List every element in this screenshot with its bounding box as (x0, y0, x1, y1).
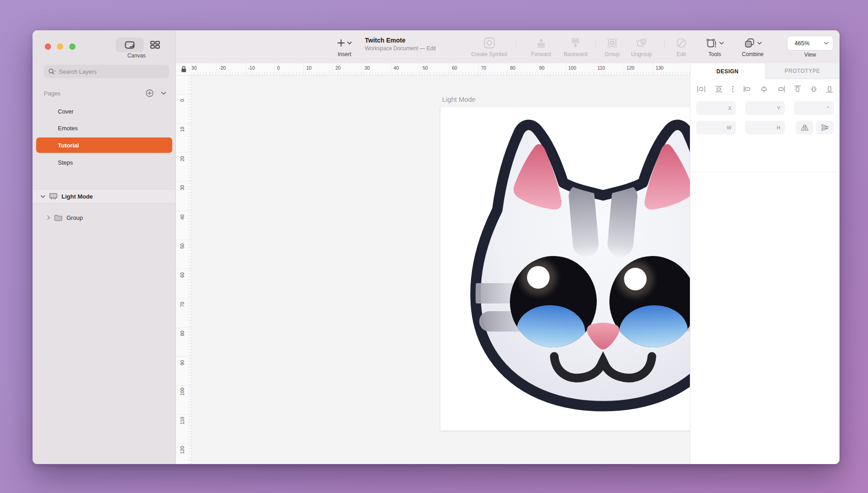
layer-name: Group (66, 214, 83, 221)
ruler-tick (216, 63, 217, 75)
document-title-block: Twitch Emote Workspace Document — Edit (365, 37, 436, 52)
ruler-tick (176, 356, 191, 357)
ruler-tick (176, 444, 191, 444)
ruler-tick (176, 94, 191, 95)
align-middle-v-icon[interactable] (810, 85, 817, 93)
ruler-number: 100 (568, 65, 576, 71)
combine-button[interactable]: Combine (742, 36, 764, 57)
forward-button[interactable]: Forward (531, 36, 551, 57)
ruler-number: 50 (179, 241, 185, 251)
ruler-tick (420, 63, 420, 75)
ruler-number: 10 (306, 65, 311, 71)
create-symbol-icon (483, 37, 495, 49)
ruler-tick (594, 63, 595, 75)
layer-artboard-row[interactable]: Light Mode (33, 189, 175, 204)
chevron-down-icon (347, 41, 352, 45)
distribute-horizontal-icon[interactable] (697, 85, 706, 93)
sketch-window: Canvas Search Layers Pages Cover Emotes … (33, 30, 840, 464)
align-center-h-icon[interactable] (760, 85, 768, 93)
ruler-lock-corner[interactable] (176, 63, 192, 76)
canvas-view-toggle[interactable] (116, 38, 144, 52)
ruler-vertical[interactable]: 0102030405060708090100110120 (176, 76, 192, 464)
more-options-icon[interactable] (731, 85, 734, 93)
page-item-emotes[interactable]: Emotes (36, 120, 172, 136)
backward-button[interactable]: Backward (564, 36, 588, 57)
tab-design[interactable]: DESIGN (690, 63, 765, 79)
chevron-down-icon (757, 42, 762, 45)
align-right-icon[interactable] (777, 85, 785, 93)
align-left-icon[interactable] (743, 85, 751, 93)
tools-icon (706, 37, 717, 49)
ruler-number: 0 (277, 65, 280, 71)
chevron-down-icon (824, 42, 829, 45)
ruler-number: 80 (510, 65, 515, 71)
search-icon (48, 68, 56, 75)
flip-vertical-button[interactable] (816, 121, 834, 134)
group-icon (606, 37, 618, 49)
ruler-tick (653, 63, 653, 75)
collapse-pages-icon[interactable] (161, 91, 166, 95)
height-field[interactable]: H (745, 121, 785, 134)
inspector-panel: DESIGN PROTOTYPE X Y ° W H (690, 63, 840, 464)
ruler-number: 60 (452, 65, 457, 71)
ruler-number: 80 (179, 328, 185, 339)
ruler-tick (478, 63, 479, 75)
ruler-number: 120 (179, 445, 185, 455)
ruler-number: -30 (192, 65, 197, 71)
add-page-icon[interactable] (146, 89, 154, 97)
view-zoom-control[interactable]: 465% View (787, 36, 834, 58)
align-top-icon[interactable] (794, 85, 801, 93)
minimize-window-button[interactable] (57, 43, 63, 50)
chevron-right-icon[interactable] (47, 215, 50, 220)
ruler-number: -10 (248, 65, 255, 71)
page-item-tutorial[interactable]: Tutorial (36, 137, 172, 153)
tab-prototype[interactable]: PROTOTYPE (765, 63, 840, 79)
document-title: Twitch Emote (365, 37, 436, 44)
ruler-horizontal[interactable]: -30-20-100102030405060708090100110120130 (192, 63, 690, 76)
ruler-tick (566, 63, 566, 75)
layer-group-row[interactable]: Group (33, 211, 175, 224)
ruler-number: 120 (627, 65, 635, 71)
close-window-button[interactable] (45, 43, 51, 50)
ruler-tick (362, 63, 362, 75)
grid-view-toggle[interactable] (144, 38, 166, 52)
artboard-label[interactable]: Light Mode (442, 95, 476, 103)
y-position-field[interactable]: Y (745, 101, 785, 115)
edit-button[interactable]: Edit (675, 36, 687, 57)
group-button[interactable]: Group (604, 36, 619, 57)
alignment-toolbar (697, 84, 833, 95)
ruler-number: 30 (179, 182, 185, 193)
distribute-vertical-icon[interactable] (715, 85, 723, 93)
cat-emote-graphic[interactable] (440, 107, 690, 431)
x-position-field[interactable]: X (696, 101, 736, 115)
align-bottom-icon[interactable] (826, 85, 833, 93)
ruler-number: 110 (597, 65, 605, 71)
zoom-dropdown[interactable]: 465% (787, 36, 834, 51)
create-symbol-button[interactable]: Create Symbol (471, 36, 507, 57)
pages-header: Pages (44, 90, 146, 97)
ruler-tick (176, 385, 191, 386)
ruler-number: 0 (179, 95, 185, 106)
document-subtitle[interactable]: Workspace Document — Edit (365, 45, 436, 52)
ungroup-button[interactable]: Ungroup (631, 36, 652, 57)
ruler-number: 50 (423, 65, 428, 71)
page-item-cover[interactable]: Cover (36, 104, 172, 119)
canvas-area[interactable]: Light Mode (192, 76, 690, 464)
insert-button[interactable]: Insert (337, 36, 352, 57)
page-item-steps[interactable]: Steps (36, 155, 172, 170)
ruler-number: 90 (179, 357, 185, 368)
artboard-name: Light Mode (61, 193, 93, 200)
artboard-light-mode[interactable] (440, 107, 690, 431)
rotation-field[interactable]: ° (794, 101, 834, 115)
left-sidebar: Canvas Search Layers Pages Cover Emotes … (33, 30, 176, 464)
width-field[interactable]: W (696, 121, 736, 134)
search-layers-input[interactable]: Search Layers (44, 65, 169, 78)
flip-horizontal-button[interactable] (796, 121, 813, 134)
ruler-tick (176, 211, 191, 211)
tools-button[interactable]: Tools (706, 36, 724, 57)
bring-forward-icon (535, 37, 547, 49)
chevron-down-icon[interactable] (41, 195, 45, 198)
ruler-number: 40 (179, 212, 185, 223)
zoom-window-button[interactable] (69, 43, 75, 50)
ruler-tick (537, 63, 537, 75)
